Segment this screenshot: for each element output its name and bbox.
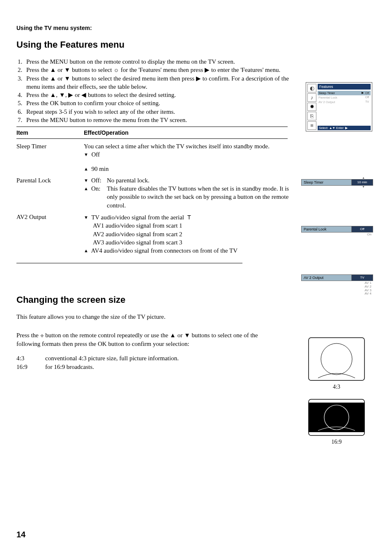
osd-row-label: Sleep Timer — [318, 91, 335, 95]
osd-icon-setup: ⎘ — [307, 112, 316, 120]
valbox-option: AV 1 — [301, 281, 371, 285]
item-name: Sleep Timer — [16, 142, 84, 173]
triangle-down-icon — [84, 214, 88, 221]
text: Press the — [16, 332, 40, 339]
sleep-max-value: 90 min — [91, 166, 108, 172]
item-name: AV2 Output — [16, 213, 84, 255]
steps-list: Press the MENU button on the remote cont… — [16, 58, 295, 124]
triangle-up-icon — [84, 185, 88, 192]
step-item: Repeat steps 3-5 if you wish to select a… — [24, 108, 295, 116]
divider — [16, 263, 242, 263]
parental-on-label: On: — [91, 184, 107, 210]
parental-off-text: No parental lock. — [107, 176, 150, 184]
aerial-icon — [187, 214, 191, 221]
valbox-label: AV 2 Output — [301, 274, 351, 281]
valbox-option: AV 4 — [301, 292, 371, 296]
parental-on-text: This feature disables the TV buttons whe… — [107, 184, 289, 210]
step-item: Press the ▲ or ▼ buttons to select ☼ for… — [24, 66, 295, 74]
valbox-sleep-timer: ▲ Sleep Timer 10 min ▼ — [301, 177, 373, 188]
svg-rect-3 — [309, 403, 364, 432]
screen-intro: This feature allows you to change the si… — [16, 313, 279, 321]
aspect-16-9-diagram: 16:9 — [306, 398, 367, 445]
valbox-label: Parental Look — [301, 226, 351, 233]
osd-footer: Select: ▲▼ Enter: ▶ — [318, 126, 371, 130]
osd-icon-features: ✹ — [307, 103, 316, 111]
triangle-up-icon — [84, 247, 88, 254]
text: button on the remote control repeatedly … — [16, 332, 258, 347]
parental-off-label: Off: — [91, 176, 107, 184]
av2-line: AV4 audio/video signal from connectors o… — [91, 247, 238, 254]
triangle-up-icon — [84, 166, 88, 172]
osd-features-menu: ◐ ♪ ✹ ⎘ ≡ Features Sleep Timer ▶ Off Par… — [306, 82, 372, 131]
format-desc: for 16:9 broadcasts. — [45, 363, 94, 371]
triangle-right-icon: ▶ — [362, 91, 364, 94]
aspect-label: 16:9 — [306, 439, 367, 445]
triangle-down-icon — [84, 177, 88, 184]
osd-row: Parental Lock Off — [318, 95, 371, 100]
osd-row-label: Parental Lock — [318, 96, 337, 99]
section-header: Using the TV menu system: — [16, 25, 376, 31]
valbox-value: 10 min — [351, 179, 373, 186]
osd-row-label: AV 2 Output — [318, 100, 335, 104]
valbox-value: Off — [351, 226, 373, 233]
valbox-label: Sleep Timer — [301, 179, 351, 186]
step-item: Press the ▲, ▼, ▶ or ◀ buttons to select… — [24, 91, 295, 99]
step-item: Press the OK button to confirm your choi… — [24, 99, 295, 107]
step-item: Press the MENU button on the remote cont… — [24, 58, 295, 66]
osd-row-value: TV — [365, 100, 369, 104]
page-title: Using the Features menu — [16, 39, 376, 50]
format-button-icon — [40, 332, 44, 339]
page-number: 14 — [16, 530, 25, 539]
av2-line: AV3 audio/video signal from scart 3 — [84, 238, 289, 246]
valbox-option: AV 3 — [301, 289, 371, 292]
osd-row: AV 2 Output TV — [318, 100, 371, 104]
osd-icon-picture: ◐ — [307, 84, 316, 92]
aspect-label: 4:3 — [306, 384, 367, 390]
step-item: Press the MENU button to remove the menu… — [24, 116, 295, 124]
step-item: Press the ▲ or ▼ buttons to select the d… — [24, 74, 295, 91]
aspect-4-3-diagram: 4:3 — [306, 337, 367, 390]
valbox-option: On — [301, 233, 371, 237]
valbox-parental-lock: Parental Look Off On — [301, 226, 373, 237]
format-key: 4:3 — [16, 354, 45, 363]
av2-line: AV1 audio/video signal from scart 1 — [84, 221, 289, 230]
valbox-av2-output: AV 2 Output TV AV 1 AV 2 AV 3 AV 4 — [301, 274, 373, 296]
triangle-down-icon — [84, 151, 88, 158]
valbox-option: AV 2 — [301, 285, 371, 289]
sleep-description: You can select a time after which the TV… — [84, 142, 289, 150]
svg-point-1 — [321, 343, 352, 375]
col-item-header: Item — [16, 129, 84, 136]
osd-title: Features — [318, 84, 371, 90]
divider — [16, 127, 288, 127]
section-title-screen-size: Changing the screen size — [16, 295, 376, 305]
item-name: Parental Lock — [16, 176, 84, 210]
valbox-value: TV — [351, 274, 373, 281]
av2-line: AV2 audio/video signal from scart 2 — [84, 230, 289, 238]
screen-instruction: Press the button on the remote control r… — [16, 331, 279, 348]
sleep-off-value: Off — [91, 151, 100, 158]
format-key: 16:9 — [16, 363, 45, 371]
divider — [16, 138, 288, 139]
format-desc: conventional 4:3 picture size, full pict… — [45, 354, 179, 363]
osd-row-value: Off — [365, 96, 369, 99]
osd-row-value: Off — [365, 92, 369, 94]
row-sleep-timer: Sleep Timer You can select a time after … — [16, 142, 376, 173]
osd-icon-sound: ♪ — [307, 93, 316, 102]
osd-row: Sleep Timer ▶ Off — [318, 91, 371, 95]
av2-line: TV audio/video signal from the aerial — [91, 214, 184, 221]
osd-icon-install: ≡ — [307, 121, 316, 130]
svg-rect-0 — [309, 338, 364, 380]
